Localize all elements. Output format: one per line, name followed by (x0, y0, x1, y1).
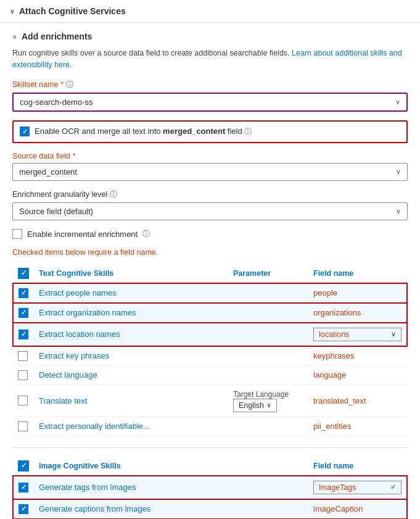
skill-checkbox[interactable] (19, 330, 28, 339)
text-field-col-header: Field name (308, 264, 407, 283)
source-select[interactable]: merged_content ∨ (12, 163, 408, 181)
skill-param (228, 499, 308, 519)
enrichments-chevron-icon: ∧ (12, 33, 17, 40)
image-skills-table: Image Cognitive Skills Field name Genera… (12, 457, 408, 520)
skillset-select[interactable]: cog-search-demo-ss ∨ (12, 93, 408, 112)
granularity-select[interactable]: Source field (default) ∨ (12, 202, 408, 220)
enrichments-description: Run cognitive skills over a source data … (12, 48, 408, 71)
image-header-checkbox[interactable] (18, 460, 29, 471)
skill-name: Generate captions from images (34, 499, 228, 519)
language-select[interactable]: English ∨ (233, 399, 277, 412)
skill-checkbox[interactable] (18, 396, 28, 405)
image-header-check-col (13, 457, 34, 476)
skill-field: people (308, 283, 407, 303)
lang-chevron-icon: ∨ (266, 401, 271, 409)
image-skill-row: Generate captions from images imageCapti… (13, 499, 407, 519)
text-skills-col-header: Text Cognitive Skills (34, 264, 228, 283)
skillset-chevron-icon: ∨ (395, 98, 400, 106)
granularity-group: Enrichment granularity level ⓘ Source fi… (12, 189, 408, 220)
text-skills-header-row: Text Cognitive Skills Parameter Field na… (13, 264, 407, 283)
section-divider (12, 447, 408, 448)
skill-param: Target Language English ∨ (228, 384, 308, 417)
skill-field: organizations (308, 303, 407, 323)
granularity-info-icon: ⓘ (110, 189, 117, 200)
skill-checkbox[interactable] (18, 370, 28, 380)
granularity-chevron-icon: ∨ (396, 207, 401, 215)
skill-checkbox[interactable] (19, 504, 28, 514)
skill-param (228, 365, 308, 384)
skill-field: pii_entities (308, 417, 407, 436)
text-skill-row: Extract key phrases keyphrases (13, 346, 407, 366)
image-skills-header-row: Image Cognitive Skills Field name (13, 457, 407, 476)
checked-note: Checked items below require a field name… (12, 248, 408, 257)
lang-select-value: English (239, 401, 264, 410)
source-label: Source data field * (12, 152, 408, 160)
text-header-check-col (13, 264, 34, 283)
skill-checkbox[interactable] (19, 288, 28, 298)
text-skills-table: Text Cognitive Skills Parameter Field na… (12, 264, 408, 436)
param-label: Target Language (233, 390, 289, 399)
text-skill-row: Extract organization names organizations (13, 303, 407, 323)
ocr-checkbox[interactable] (20, 127, 30, 136)
skill-name: Extract key phrases (34, 346, 228, 366)
imagetags-select[interactable]: imageTags ✓ (313, 481, 401, 494)
incremental-row: Enable incremental enrichment ⓘ (12, 229, 408, 239)
text-skill-row: Translate text Target Language English ∨… (13, 384, 407, 417)
skill-field-select-cell: imageTags ✓ (308, 476, 407, 499)
skill-name: Detect language (34, 365, 228, 384)
incremental-info-icon: ⓘ (142, 229, 150, 239)
source-chevron-icon: ∨ (396, 168, 401, 176)
add-enrichments-section: ∧ Add enrichments Run cognitive skills o… (0, 23, 420, 519)
skillset-name-group: Skillset name * ⓘ cog-search-demo-ss ∨ (12, 80, 408, 112)
skill-checkbox[interactable] (18, 421, 28, 431)
imagetags-chevron-icon: ✓ (390, 483, 396, 491)
skill-param (228, 323, 308, 346)
image-skill-row: Generate tags from images imageTags ✓ (13, 476, 407, 499)
source-data-group: Source data field * merged_content ∨ (12, 152, 408, 181)
skillset-label: Skillset name * ⓘ (12, 80, 408, 90)
skill-param (228, 346, 308, 366)
skill-field: keyphrases (308, 346, 407, 366)
ocr-info-icon: ⓘ (244, 127, 252, 136)
text-skill-row: Extract people names people (13, 283, 407, 303)
enrichments-title: Add enrichments (22, 31, 92, 41)
skill-name: Extract personally identifiable... (34, 417, 228, 436)
imagetags-select-value: imageTags (319, 483, 390, 492)
skill-checkbox[interactable] (19, 308, 28, 318)
skill-param (228, 476, 308, 499)
skill-name: Extract organization names (34, 303, 228, 323)
incremental-label: Enable incremental enrichment (27, 230, 138, 239)
ocr-label: Enable OCR and merge all text into merge… (35, 127, 252, 137)
text-skill-row: Extract location names locations ∨ (13, 323, 407, 346)
locations-select[interactable]: locations ∨ (313, 328, 401, 341)
skill-param (228, 303, 308, 323)
skill-name: Generate tags from images (34, 476, 228, 499)
skill-param (228, 417, 308, 436)
skillset-info-icon: ⓘ (66, 80, 73, 90)
skill-name: Extract people names (34, 283, 228, 303)
incremental-checkbox[interactable] (12, 229, 22, 239)
ocr-checkbox-row: Enable OCR and merge all text into merge… (12, 120, 408, 143)
text-skill-row: Extract personally identifiable... pii_e… (13, 417, 407, 436)
image-skills-col-header: Image Cognitive Skills (34, 457, 228, 476)
locations-chevron-icon: ∨ (391, 330, 396, 338)
skill-field: imageCaption (308, 499, 407, 519)
granularity-label: Enrichment granularity level ⓘ (12, 189, 408, 200)
text-header-checkbox[interactable] (18, 268, 29, 279)
skill-checkbox[interactable] (19, 483, 28, 492)
text-param-col-header: Parameter (228, 264, 308, 283)
skill-param (228, 283, 308, 303)
image-field-col-header: Field name (308, 457, 407, 476)
attach-cognitive-title: Attach Cognitive Services (19, 6, 126, 16)
locations-select-value: locations (319, 330, 391, 339)
attach-cognitive-header[interactable]: ∨ Attach Cognitive Services (0, 0, 420, 23)
skill-name: Translate text (34, 384, 228, 417)
skill-field: language (308, 365, 407, 384)
image-param-col-header (228, 457, 308, 476)
skill-field-select-cell: locations ∨ (308, 323, 407, 346)
text-skill-row: Detect language language (13, 365, 407, 384)
skill-field: translated_text (308, 384, 407, 417)
skill-checkbox[interactable] (18, 351, 28, 361)
header-chevron-icon: ∨ (10, 8, 14, 15)
skill-name: Extract location names (34, 323, 228, 346)
